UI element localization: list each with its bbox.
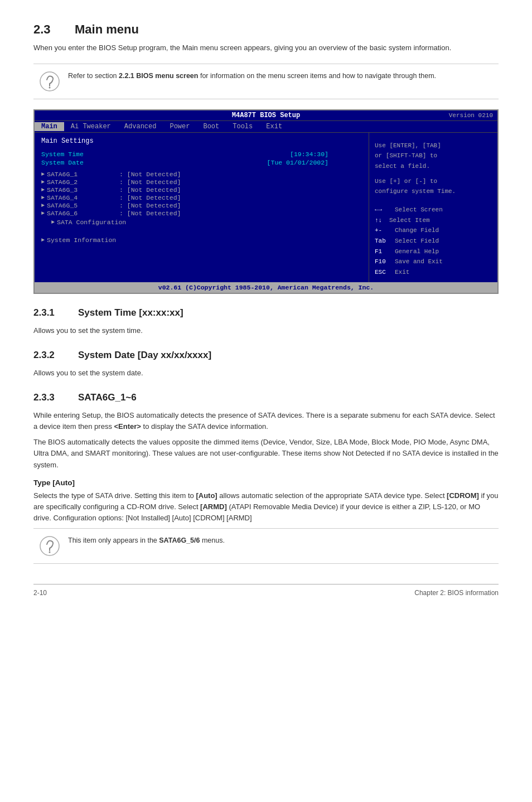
bios-help-line2: or [SHIFT-TAB] to bbox=[375, 151, 492, 161]
bios-help-line3: select a field. bbox=[375, 161, 492, 172]
bios-body: Main Settings System Time [19:34:30] Sys… bbox=[35, 133, 497, 282]
bios-device-sata5: ► SATA6G_5 : [Not Detected] bbox=[41, 202, 362, 209]
bios-nav-tab: Tab Select Field bbox=[375, 236, 492, 247]
section-number: 2.3 bbox=[33, 22, 61, 37]
subsection-231-body: Allows you to set the system time. bbox=[33, 325, 499, 336]
bios-system-info: ► System Information bbox=[41, 236, 362, 244]
bios-system-date-value: [Tue 01/01/2002] bbox=[267, 159, 328, 166]
bios-sata-config: ► SATA Configuration bbox=[51, 219, 362, 226]
bios-system-date-row: System Date [Tue 01/01/2002] bbox=[41, 159, 362, 166]
bios-help-line5: Use [+] or [-] to bbox=[375, 176, 492, 187]
subsection-232-body: Allows you to set the system date. bbox=[33, 368, 499, 379]
subsection-233-body1: While entering Setup, the BIOS automatic… bbox=[33, 410, 499, 432]
section-title: Main menu bbox=[75, 22, 139, 37]
bios-title: M4A87T BIOS Setup bbox=[190, 112, 341, 119]
bios-device-sata4: ► SATA6G_4 : [Not Detected] bbox=[41, 194, 362, 201]
subsection-233-title: SATA6G_1~6 bbox=[78, 392, 137, 403]
bios-right-panel: Use [ENTER], [TAB] or [SHIFT-TAB] to sel… bbox=[369, 133, 497, 282]
bios-menu-power[interactable]: Power bbox=[163, 122, 196, 131]
bios-screenshot: M4A87T BIOS Setup Version 0210 Main Ai T… bbox=[33, 109, 499, 294]
subsection-232-number: 2.3.2 bbox=[33, 350, 67, 361]
section-intro: When you enter the BIOS Setup program, t… bbox=[33, 42, 499, 54]
subsection-231-title: System Time [xx:xx:xx] bbox=[78, 307, 183, 318]
note-icon-1 bbox=[39, 71, 60, 92]
subsection-233-heading: 2.3.3 SATA6G_1~6 bbox=[33, 392, 499, 405]
bios-left-panel: Main Settings System Time [19:34:30] Sys… bbox=[35, 133, 369, 282]
note-icon-2 bbox=[39, 535, 60, 557]
bios-menu-aitweaker[interactable]: Ai Tweaker bbox=[64, 122, 118, 131]
bios-device-sata6: ► SATA6G_6 : [Not Detected] bbox=[41, 210, 362, 217]
bios-menu-tools[interactable]: Tools bbox=[226, 122, 259, 131]
bios-nav-change: +- Change Field bbox=[375, 225, 492, 236]
section-heading: 2.3 Main menu bbox=[33, 22, 499, 37]
bios-device-sata1: ► SATA6G_1 : [Not Detected] bbox=[41, 171, 362, 178]
type-body: Selects the type of SATA drive. Setting … bbox=[33, 490, 499, 524]
bios-menu-bar: Main Ai Tweaker Advanced Power Boot Tool… bbox=[35, 121, 497, 133]
bios-nav-f10: F10 Save and Exit bbox=[375, 257, 492, 267]
bios-device-sata3: ► SATA6G_3 : [Not Detected] bbox=[41, 186, 362, 194]
bios-footer: v02.61 (C)Copyright 1985-2010, American … bbox=[35, 282, 497, 293]
svg-point-1 bbox=[49, 86, 51, 88]
bios-system-time-value: [19:34:30] bbox=[290, 151, 328, 158]
bios-help-line6: configure system Time. bbox=[375, 186, 492, 197]
bios-nav-section: ←→ Select Screen ↑↓ Select Item +- Chang… bbox=[375, 205, 492, 278]
note-text-2: This item only appears in the SATA6G_5/6… bbox=[68, 535, 225, 546]
bios-menu-advanced[interactable]: Advanced bbox=[118, 122, 163, 131]
subsection-231-heading: 2.3.1 System Time [xx:xx:xx] bbox=[33, 307, 499, 321]
bios-system-time-label: System Time bbox=[41, 151, 84, 158]
bios-device-sata2: ► SATA6G_2 : [Not Detected] bbox=[41, 178, 362, 186]
bios-nav-item: ↑↓ Select Item bbox=[375, 215, 492, 226]
page-footer: 2-10 Chapter 2: BIOS information bbox=[33, 584, 499, 597]
bios-menu-main[interactable]: Main bbox=[35, 122, 64, 131]
subsection-232-heading: 2.3.2 System Date [Day xx/xx/xxxx] bbox=[33, 350, 499, 363]
bios-system-time-row: System Time [19:34:30] bbox=[41, 151, 362, 158]
bios-title-bar: M4A87T BIOS Setup Version 0210 bbox=[35, 110, 497, 121]
chapter-label: Chapter 2: BIOS information bbox=[414, 589, 499, 597]
bios-system-date-label: System Date bbox=[41, 159, 84, 166]
bios-nav-esc: ESC Exit bbox=[375, 267, 492, 278]
type-heading: Type [Auto] bbox=[33, 479, 499, 487]
bios-nav-screen: ←→ Select Screen bbox=[375, 205, 492, 215]
subsection-233-number: 2.3.3 bbox=[33, 392, 67, 403]
bios-menu-boot[interactable]: Boot bbox=[196, 122, 226, 131]
bios-section-label: Main Settings bbox=[41, 137, 362, 145]
page-number: 2-10 bbox=[33, 589, 47, 597]
note-text-1: Refer to section 2.2.1 BIOS menu screen … bbox=[68, 71, 436, 81]
svg-point-3 bbox=[49, 552, 51, 553]
note-box-2: This item only appears in the SATA6G_5/6… bbox=[33, 528, 499, 564]
subsection-231-number: 2.3.1 bbox=[33, 307, 67, 318]
bios-help-text: Use [ENTER], [TAB] or [SHIFT-TAB] to sel… bbox=[375, 141, 492, 197]
bios-help-line1: Use [ENTER], [TAB] bbox=[375, 141, 492, 151]
subsection-233-body2: The BIOS automatically detects the value… bbox=[33, 437, 499, 470]
subsection-232-title: System Date [Day xx/xx/xxxx] bbox=[78, 350, 211, 361]
bios-nav-f1: F1 General Help bbox=[375, 247, 492, 257]
bios-menu-exit[interactable]: Exit bbox=[259, 122, 289, 131]
note-box-1: Refer to section 2.2.1 BIOS menu screen … bbox=[33, 64, 499, 99]
bios-version: Version 0210 bbox=[342, 112, 493, 119]
